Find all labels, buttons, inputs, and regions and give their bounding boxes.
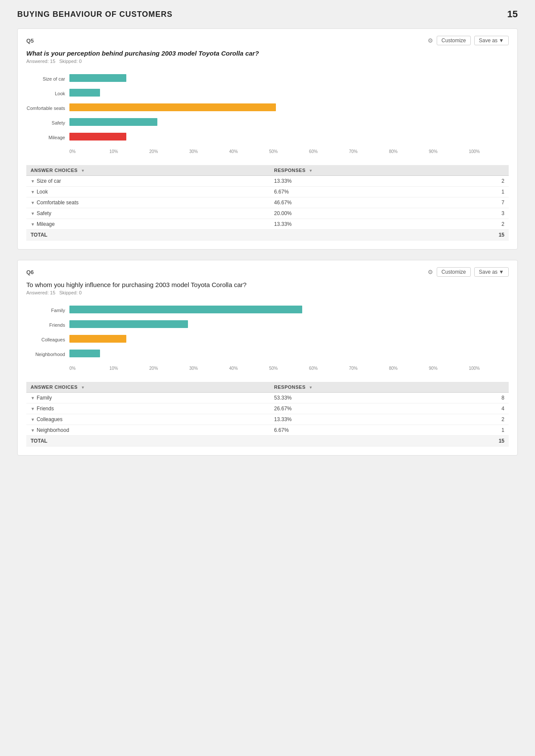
- table-row: ▼Neighborhood6.67%1: [26, 425, 509, 436]
- chart-bar-wrap: [69, 103, 509, 113]
- save-button-q5[interactable]: Save as ▼: [474, 36, 509, 45]
- chart-row: Safety: [26, 118, 509, 128]
- total-label: TOTAL: [26, 436, 270, 447]
- table-cell-count: 8: [453, 393, 509, 403]
- chart-row: Size of car: [26, 74, 509, 84]
- chart-bar-wrap: [69, 118, 509, 128]
- chart-bar-label: Size of car: [26, 76, 69, 81]
- table-cell-pct: 6.67%: [270, 425, 453, 436]
- table-cell-choice: ▼Family: [26, 393, 270, 403]
- chart-bar-wrap: [69, 89, 509, 98]
- row-arrow: ▼: [31, 211, 35, 216]
- page-title: BUYING BEHAVIOUR OF CUSTOMERS: [17, 10, 172, 19]
- chart-row: Colleagues: [26, 335, 509, 344]
- chart-axis: 0%10%20%30%40%50%60%70%80%90%100%: [69, 147, 509, 154]
- customize-button-q6[interactable]: Customize: [437, 267, 471, 277]
- save-dropdown-icon-q5: ▼: [499, 37, 504, 44]
- question-block-q5: Q5 ⚙ Customize Save as ▼ What is your pe…: [17, 28, 518, 250]
- table-row: ▼Mileage13.33%2: [26, 219, 509, 230]
- page-number: 15: [507, 9, 518, 20]
- table-cell-choice: ▼Comfortable seats: [26, 197, 270, 208]
- table-cell-choice: ▼Neighborhood: [26, 425, 270, 436]
- answer-table-q5: ANSWER CHOICES ▼ RESPONSES ▼ ▼Size of ca…: [26, 165, 509, 241]
- answer-table-q6: ANSWER CHOICES ▼ RESPONSES ▼ ▼Family53.3…: [26, 382, 509, 447]
- table-cell-count: 2: [453, 176, 509, 187]
- question-id-q6: Q6: [26, 269, 34, 275]
- chart-bar: [69, 320, 188, 328]
- col-choices-q5: ANSWER CHOICES ▼: [26, 165, 270, 176]
- question-header-q6: Q6 ⚙ Customize Save as ▼: [26, 267, 509, 277]
- chart-bar-wrap: [69, 74, 509, 84]
- table-cell-choice: ▼Mileage: [26, 219, 270, 230]
- page-header: BUYING BEHAVIOUR OF CUSTOMERS 15: [17, 9, 518, 20]
- question-text-q5: What is your perception behind purchasin…: [26, 50, 509, 57]
- chart-q6: FamilyFriendsColleaguesNeighborhood0%10%…: [26, 301, 509, 375]
- table-cell-count: 1: [453, 425, 509, 436]
- row-arrow: ▼: [31, 190, 35, 194]
- row-arrow: ▼: [31, 428, 35, 433]
- table-row: ▼Look6.67%1: [26, 187, 509, 197]
- question-actions-q6: ⚙ Customize Save as ▼: [428, 267, 509, 277]
- chart-bar-wrap: [69, 133, 509, 142]
- table-cell-choice: ▼Look: [26, 187, 270, 197]
- question-block-q6: Q6 ⚙ Customize Save as ▼ To whom you hig…: [17, 260, 518, 456]
- chart-bar-label: Safety: [26, 120, 69, 125]
- answered-info-q6: Answered: 15 Skipped: 0: [26, 290, 509, 295]
- save-button-q6[interactable]: Save as ▼: [474, 267, 509, 277]
- choices-dropdown-q5[interactable]: ▼: [81, 169, 85, 173]
- question-header-q5: Q5 ⚙ Customize Save as ▼: [26, 36, 509, 45]
- save-label-q6: Save as: [479, 269, 497, 275]
- table-cell-count: 7: [453, 197, 509, 208]
- table-total-row: TOTAL15: [26, 230, 509, 241]
- col-responses-q6: RESPONSES ▼: [270, 382, 453, 393]
- table-total-row: TOTAL15: [26, 436, 509, 447]
- chart-bar-wrap: [69, 306, 509, 315]
- chart-bar: [69, 89, 100, 97]
- table-row: ▼Safety20.00%3: [26, 208, 509, 219]
- chart-row: Look: [26, 89, 509, 98]
- table-cell-pct: 6.67%: [270, 187, 453, 197]
- chart-bar-label: Comfortable seats: [26, 106, 69, 111]
- table-cell-count: 3: [453, 208, 509, 219]
- row-arrow: ▼: [31, 406, 35, 411]
- chart-bar: [69, 74, 126, 82]
- chart-q5: Size of carLookComfortable seatsSafetyMi…: [26, 70, 509, 158]
- table-row: ▼Comfortable seats46.67%7: [26, 197, 509, 208]
- responses-dropdown-q6[interactable]: ▼: [309, 385, 313, 390]
- chart-bar-label: Friends: [26, 322, 69, 328]
- col-responses-q5: RESPONSES ▼: [270, 165, 453, 176]
- row-arrow: ▼: [31, 222, 35, 227]
- chart-bar: [69, 306, 302, 313]
- col-count-header-q6: [453, 382, 509, 393]
- table-cell-count: 2: [453, 219, 509, 230]
- chart-bar-label: Family: [26, 308, 69, 313]
- chart-row: Family: [26, 306, 509, 315]
- chart-bar-wrap: [69, 350, 509, 359]
- chart-bar-label: Neighborhood: [26, 352, 69, 357]
- table-cell-count: 1: [453, 187, 509, 197]
- table-cell-choice: ▼Safety: [26, 208, 270, 219]
- responses-dropdown-q5[interactable]: ▼: [309, 169, 313, 173]
- table-row: ▼Friends26.67%4: [26, 403, 509, 414]
- chart-bar-wrap: [69, 335, 509, 344]
- table-row: ▼Colleagues13.33%2: [26, 414, 509, 425]
- table-cell-pct: 13.33%: [270, 219, 453, 230]
- choices-dropdown-q6[interactable]: ▼: [81, 385, 85, 390]
- chart-bar: [69, 118, 157, 126]
- chart-bar: [69, 350, 100, 357]
- question-actions-q5: ⚙ Customize Save as ▼: [428, 36, 509, 45]
- chart-bar: [69, 103, 276, 111]
- row-arrow: ▼: [31, 200, 35, 205]
- table-cell-pct: 13.33%: [270, 414, 453, 425]
- table-cell-pct: 53.33%: [270, 393, 453, 403]
- table-cell-count: 2: [453, 414, 509, 425]
- table-cell-pct: 26.67%: [270, 403, 453, 414]
- chart-row: Friends: [26, 320, 509, 330]
- customize-button-q5[interactable]: Customize: [437, 36, 471, 45]
- table-cell-choice: ▼Size of car: [26, 176, 270, 187]
- row-arrow: ▼: [31, 417, 35, 422]
- table-cell-choice: ▼Colleagues: [26, 414, 270, 425]
- table-cell-pct: 20.00%: [270, 208, 453, 219]
- table-cell-pct: 46.67%: [270, 197, 453, 208]
- table-cell-pct: 13.33%: [270, 176, 453, 187]
